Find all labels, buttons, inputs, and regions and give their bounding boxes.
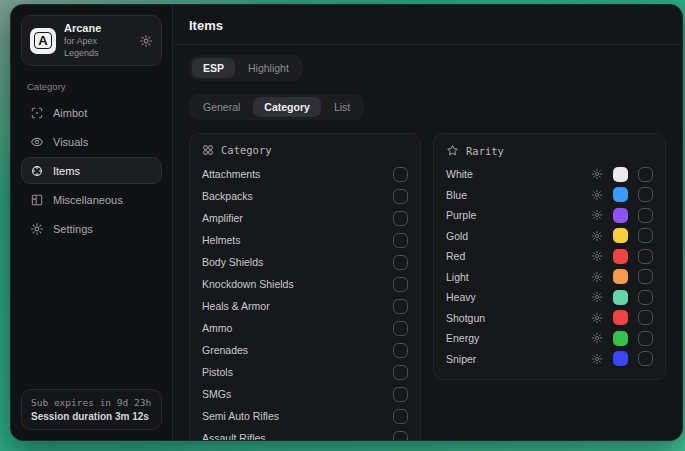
rarity-checkbox[interactable]	[638, 208, 653, 223]
category-row-label: Body Shields	[202, 256, 263, 268]
main-content: Items ESP Highlight General Category	[173, 5, 682, 440]
color-swatch[interactable]	[613, 249, 628, 264]
category-row-label: Backpacks	[202, 190, 253, 202]
color-swatch[interactable]	[613, 167, 628, 182]
rarity-row: Sniper	[446, 349, 653, 370]
app-window: A Arcane for Apex Legends Category Aimbo…	[10, 4, 683, 441]
gear-icon[interactable]	[591, 312, 603, 324]
app-name: Arcane	[64, 22, 131, 35]
gear-icon[interactable]	[139, 34, 153, 48]
gear-icon[interactable]	[591, 291, 603, 303]
mode-tabs: ESP Highlight	[189, 55, 303, 81]
rarity-panel-title: Rarity	[466, 145, 504, 157]
page-title: Items	[189, 18, 666, 33]
color-swatch[interactable]	[613, 331, 628, 346]
view-tab[interactable]: Category	[253, 97, 321, 117]
app-meta: Arcane for Apex Legends	[64, 22, 131, 59]
category-checkbox[interactable]	[393, 365, 408, 380]
sidebar: A Arcane for Apex Legends Category Aimbo…	[11, 5, 173, 440]
gear-icon[interactable]	[591, 353, 603, 365]
crosshair-icon	[30, 106, 44, 120]
color-swatch[interactable]	[613, 228, 628, 243]
category-panel: Category Attachments Backpacks	[189, 133, 421, 440]
rarity-panel: Rarity White	[433, 133, 666, 380]
main-header: Items	[173, 5, 682, 45]
rarity-row: White	[446, 164, 653, 185]
category-checkbox[interactable]	[393, 233, 408, 248]
rarity-row: Shotgun	[446, 308, 653, 329]
category-checkbox[interactable]	[393, 299, 408, 314]
category-checkbox[interactable]	[393, 431, 408, 441]
category-checkbox[interactable]	[393, 321, 408, 336]
category-checkbox[interactable]	[393, 189, 408, 204]
rarity-row: Energy	[446, 328, 653, 349]
sidebar-nav-item[interactable]: Items	[21, 157, 162, 184]
app-subtitle: for Apex Legends	[64, 35, 131, 59]
category-checkbox[interactable]	[393, 255, 408, 270]
view-tabs-row: General Category List	[189, 94, 666, 120]
rarity-panel-header: Rarity	[446, 144, 653, 157]
category-checkbox[interactable]	[393, 409, 408, 424]
sub-expiry-text: Sub expires in 9d 23h	[31, 397, 152, 408]
gear-icon[interactable]	[591, 209, 603, 221]
rarity-row: Light	[446, 267, 653, 288]
gear-icon[interactable]	[591, 332, 603, 344]
category-checkbox[interactable]	[393, 343, 408, 358]
color-swatch[interactable]	[613, 290, 628, 305]
gear-icon[interactable]	[591, 189, 603, 201]
view-tab[interactable]: List	[323, 97, 361, 117]
category-row-label: Knockdown Shields	[202, 278, 294, 290]
rarity-checkbox[interactable]	[638, 351, 653, 366]
category-checkbox[interactable]	[393, 211, 408, 226]
category-row-label: Assault Rifles	[202, 432, 266, 440]
color-swatch[interactable]	[613, 351, 628, 366]
rarity-row: Gold	[446, 226, 653, 247]
color-swatch[interactable]	[613, 310, 628, 325]
sidebar-nav-item[interactable]: Settings	[21, 215, 162, 242]
rarity-checkbox[interactable]	[638, 331, 653, 346]
gear-icon[interactable]	[591, 271, 603, 283]
category-row: Backpacks	[202, 185, 408, 207]
rarity-row: Heavy	[446, 287, 653, 308]
category-checkbox[interactable]	[393, 167, 408, 182]
sidebar-nav-item-label: Settings	[53, 223, 93, 235]
category-row: Attachments	[202, 163, 408, 185]
sidebar-nav-item-label: Items	[53, 165, 80, 177]
mode-tabs-row: ESP Highlight	[189, 55, 666, 81]
category-row-label: Pistols	[202, 366, 233, 378]
category-row: Ammo	[202, 317, 408, 339]
rarity-checkbox[interactable]	[638, 228, 653, 243]
rarity-row: Blue	[446, 185, 653, 206]
color-swatch[interactable]	[613, 269, 628, 284]
category-row: Assault Rifles	[202, 427, 408, 440]
rarity-checkbox[interactable]	[638, 310, 653, 325]
rarity-checkbox[interactable]	[638, 187, 653, 202]
category-row: Semi Auto Rifles	[202, 405, 408, 427]
sidebar-nav-item[interactable]: Aimbot	[21, 99, 162, 126]
category-checkbox[interactable]	[393, 277, 408, 292]
gear-icon[interactable]	[591, 250, 603, 262]
sidebar-nav-item[interactable]: Visuals	[21, 128, 162, 155]
grid-icon	[202, 144, 214, 156]
category-row-label: Helmets	[202, 234, 241, 246]
rarity-checkbox[interactable]	[638, 167, 653, 182]
gear-icon[interactable]	[591, 230, 603, 242]
view-tab[interactable]: General	[192, 97, 251, 117]
rarity-checkbox[interactable]	[638, 290, 653, 305]
rarity-row-label: White	[446, 168, 473, 180]
rarity-checkbox[interactable]	[638, 269, 653, 284]
mode-tab[interactable]: ESP	[192, 58, 235, 78]
color-swatch[interactable]	[613, 187, 628, 202]
rarity-checkbox[interactable]	[638, 249, 653, 264]
mode-tab[interactable]: Highlight	[237, 58, 300, 78]
color-swatch[interactable]	[613, 208, 628, 223]
rarity-row-label: Red	[446, 250, 465, 262]
category-row-label: Grenades	[202, 344, 248, 356]
category-row: Pistols	[202, 361, 408, 383]
gear-icon[interactable]	[591, 168, 603, 180]
category-checkbox[interactable]	[393, 387, 408, 402]
sidebar-nav-item[interactable]: Miscellaneous	[21, 186, 162, 213]
rarity-row-label: Blue	[446, 189, 467, 201]
sidebar-nav-item-label: Visuals	[53, 136, 88, 148]
main-body: ESP Highlight General Category List	[173, 45, 682, 440]
